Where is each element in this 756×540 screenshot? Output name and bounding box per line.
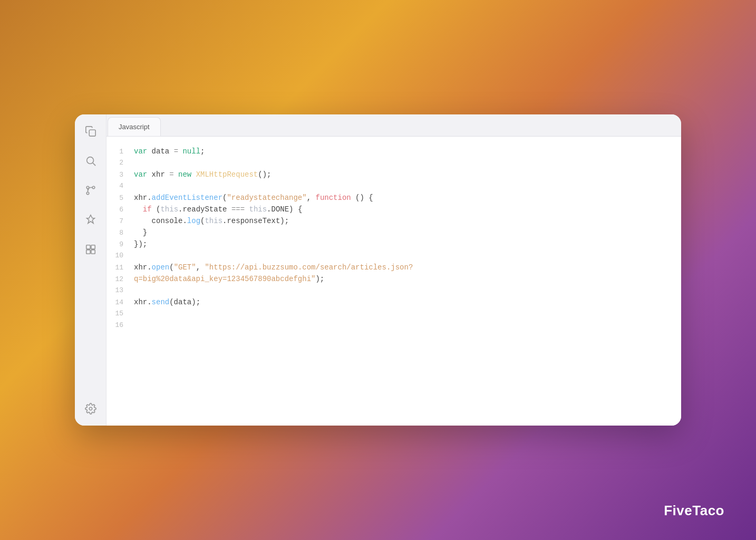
line-num-6: 6: [106, 206, 134, 214]
code-line-10: 10: [106, 252, 681, 263]
code-line-15: 15: [106, 310, 681, 321]
tab-bar: Javascript: [106, 114, 681, 137]
line-num-12: 12: [106, 275, 134, 283]
svg-rect-7: [86, 245, 90, 249]
code-line-13: 13: [106, 286, 681, 298]
code-line-7: 7 console.log(this.responseText);: [106, 217, 681, 228]
line-num-4: 4: [106, 182, 134, 190]
brand-logo: FiveTaco: [664, 503, 724, 519]
line-content-6: if (this.readyState === this.DONE) {: [134, 205, 302, 214]
code-line-2: 2: [106, 159, 681, 170]
code-line-9: 9 });: [106, 240, 681, 252]
git-icon[interactable]: [83, 183, 98, 198]
copy-icon[interactable]: [83, 124, 98, 139]
editor-window: Javascript 1 var data = null; 2 3 var xh…: [75, 114, 681, 426]
code-line-1: 1 var data = null;: [106, 147, 681, 159]
line-content-9: });: [134, 240, 147, 248]
line-num-11: 11: [106, 264, 134, 272]
line-num-3: 3: [106, 171, 134, 179]
line-content-5: xhr.addEventListener("readystatechange",…: [134, 194, 373, 202]
line-content-12: q=big%20data&api_key=1234567890abcdefghi…: [134, 275, 324, 283]
svg-rect-0: [89, 130, 95, 136]
line-num-9: 9: [106, 240, 134, 248]
code-line-4: 4: [106, 182, 681, 194]
code-line-14: 14 xhr.send(data);: [106, 298, 681, 310]
line-num-2: 2: [106, 159, 134, 167]
code-line-3: 3 var xhr = new XMLHttpRequest();: [106, 170, 681, 182]
svg-rect-10: [91, 250, 94, 254]
line-num-1: 1: [106, 148, 134, 156]
code-line-11: 11 xhr.open("GET", "https://api.buzzsumo…: [106, 263, 681, 275]
sidebar: [75, 114, 106, 426]
code-line-8: 8 }: [106, 228, 681, 240]
main-content: Javascript 1 var data = null; 2 3 var xh…: [106, 114, 681, 426]
svg-point-5: [92, 186, 95, 189]
gear-icon[interactable]: [83, 401, 98, 416]
line-content-8: }: [134, 228, 147, 237]
brand-name-five: Five: [664, 503, 692, 518]
code-editor[interactable]: 1 var data = null; 2 3 var xhr = new XML…: [106, 137, 681, 426]
line-num-14: 14: [106, 298, 134, 306]
svg-line-2: [93, 163, 95, 166]
line-num-13: 13: [106, 286, 134, 294]
grid-icon[interactable]: [83, 242, 98, 257]
svg-point-11: [89, 407, 92, 410]
extensions-icon[interactable]: [83, 213, 98, 227]
line-num-5: 5: [106, 194, 134, 202]
line-num-8: 8: [106, 229, 134, 237]
line-num-10: 10: [106, 252, 134, 259]
svg-point-1: [86, 157, 93, 164]
line-content-1: var data = null;: [134, 147, 205, 156]
line-num-15: 15: [106, 310, 134, 317]
line-content-7: console.log(this.responseText);: [134, 217, 289, 225]
code-line-5: 5 xhr.addEventListener("readystatechange…: [106, 194, 681, 205]
code-line-12: 12 q=big%20data&api_key=1234567890abcdef…: [106, 275, 681, 286]
code-line-16: 16: [106, 321, 681, 333]
brand-name-taco: Taco: [692, 503, 724, 518]
line-num-7: 7: [106, 217, 134, 225]
line-num-16: 16: [106, 321, 134, 329]
line-content-14: xhr.send(data);: [134, 298, 200, 306]
line-content-11: xhr.open("GET", "https://api.buzzsumo.co…: [134, 263, 413, 272]
tab-javascript[interactable]: Javascript: [108, 117, 161, 136]
svg-rect-9: [86, 250, 90, 254]
code-line-6: 6 if (this.readyState === this.DONE) {: [106, 205, 681, 217]
svg-point-3: [86, 192, 89, 195]
search-icon[interactable]: [83, 153, 98, 168]
svg-rect-8: [91, 245, 94, 249]
line-content-3: var xhr = new XMLHttpRequest();: [134, 170, 271, 179]
